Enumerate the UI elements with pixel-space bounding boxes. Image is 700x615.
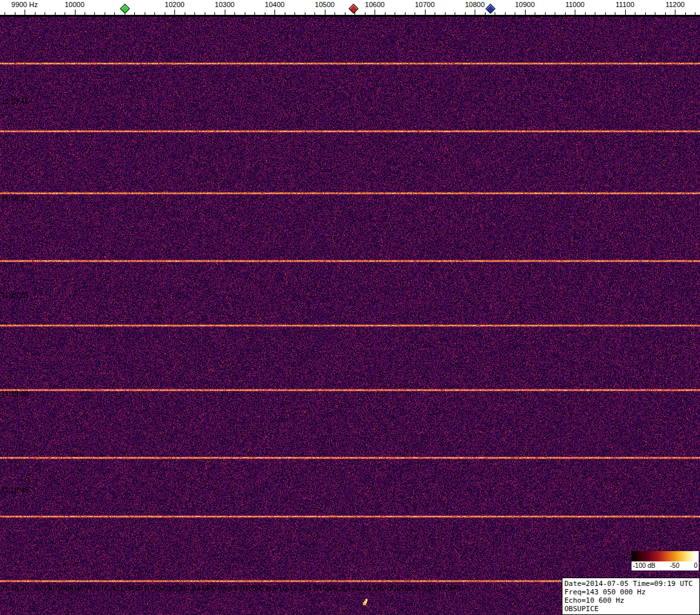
info-station: OBSUPICE [564,605,697,613]
blue-diamond-marker[interactable] [485,4,495,14]
time-label: 11:18:45 [1,486,28,494]
ruler-minor-tick [685,12,686,15]
colorbar-max-label: 0 [694,562,697,569]
frequency-ruler: 9900 Hz100001020010300104001050010600107… [0,0,700,17]
ruler-minor-tick [445,12,446,15]
ruler-label-9900: 9900 Hz [12,1,38,8]
ruler-minor-tick [55,12,56,15]
ruler-minor-tick [635,12,635,15]
ruler-minor-tick [35,12,36,15]
ruler-major-tick [375,10,375,15]
ruler-major-tick [475,10,475,15]
ruler-minor-tick [105,12,105,15]
ruler-minor-tick [305,12,305,15]
ruler-label-10900: 10900 [515,1,535,8]
info-frequency: Freq=143 050 000 Hz [564,588,697,596]
ruler-minor-tick [595,12,595,15]
ruler-minor-tick [245,12,245,15]
ruler-major-tick [174,10,175,15]
ruler-minor-tick [665,12,666,15]
ruler-minor-tick [605,12,606,15]
ruler-minor-tick [265,12,265,15]
ruler-minor-tick [395,12,395,15]
ruler-major-tick [274,10,275,15]
info-echo: Echo=10 600 Hz [564,596,697,605]
ruler-minor-tick [415,12,415,15]
ruler-minor-tick [194,12,195,15]
ruler-major-tick [575,10,575,15]
ruler-label-10500: 10500 [315,1,335,8]
colorbar-mid-label: -50 [670,562,679,569]
ruler-major-tick [25,10,25,15]
ruler-minor-tick [45,12,45,15]
ruler-label-10700: 10700 [415,1,435,8]
colorbar-gradient [632,551,699,561]
ruler-label-10000: 10000 [65,1,85,8]
ruler-minor-tick [555,12,555,15]
ruler-minor-tick [435,12,435,15]
ruler-minor-tick [535,12,535,15]
ruler-label-10800: 10800 [465,1,485,8]
time-label: 11:19:00 [1,390,28,398]
green-diamond-marker[interactable] [120,4,130,14]
ruler-minor-tick [85,12,85,15]
time-label: 11:19:15 [1,291,28,299]
ruler-minor-tick [154,12,155,15]
time-label: 11:18:30 [1,584,28,592]
ruler-major-tick [75,10,76,15]
ruler-minor-tick [405,12,406,15]
ruler-minor-tick [545,12,546,15]
ruler-label-11200: 11200 [665,1,685,8]
ruler-minor-tick [565,12,566,15]
ruler-minor-tick [185,12,185,15]
ruler-major-tick [625,10,626,15]
ruler-minor-tick [355,12,355,15]
ruler-minor-tick [205,12,205,15]
ruler-major-tick [325,10,325,15]
ruler-minor-tick [134,12,135,15]
ruler-minor-tick [314,12,315,15]
ruler-minor-tick [495,12,495,15]
info-box: Date=2014-07-05 Time=09:19 UTC Freq=143 … [562,578,700,615]
ruler-minor-tick [345,12,345,15]
colorbar-min-label: -100 dB [633,562,655,569]
spectrogram-area: 11:19:4511:19:3011:19:1511:19:0011:18:45… [0,17,700,615]
ruler-major-tick [525,10,526,15]
ruler-major-tick [225,10,225,15]
ruler-minor-tick [465,12,466,15]
time-label: 11:19:45 [1,97,28,105]
info-date-time: Date=2014-07-05 Time=09:19 UTC [564,580,697,588]
ruler-minor-tick [15,12,15,15]
ruler-major-tick [675,10,675,15]
colorbar-labels: -100 dB -50 0 [632,561,699,570]
time-label: 11:19:30 [1,194,28,202]
red-diamond-marker[interactable] [349,4,359,14]
spectrogram-canvas[interactable] [0,17,700,615]
ruler-minor-tick [655,12,655,15]
ruler-minor-tick [695,12,695,15]
ruler-label-10600: 10600 [365,1,385,8]
ruler-minor-tick [214,12,215,15]
ruler-label-10300: 10300 [215,1,235,8]
ruler-label-10400: 10400 [265,1,285,8]
ruler-label-10200: 10200 [165,1,185,8]
ruler-minor-tick [505,12,506,15]
spectrogram-app: 9900 Hz100001020010300104001050010600107… [0,0,700,615]
ruler-minor-tick [294,12,295,15]
colorbar-legend: -100 dB -50 0 [632,551,699,570]
ruler-minor-tick [234,12,235,15]
ruler-minor-tick [145,12,145,15]
ruler-minor-tick [94,12,95,15]
ruler-minor-tick [285,12,285,15]
ruler-minor-tick [585,12,586,15]
detection-annotation: 20140705091825976 hCnt21 nb-85 f10597 hi… [36,584,460,592]
ruler-minor-tick [114,12,115,15]
ruler-minor-tick [335,12,335,15]
ruler-minor-tick [455,12,455,15]
ruler-minor-tick [515,12,515,15]
ruler-label-11000: 11000 [565,1,584,8]
ruler-minor-tick [485,12,486,15]
ruler-major-tick [425,10,426,15]
ruler-minor-tick [254,12,255,15]
ruler-minor-tick [615,12,615,15]
